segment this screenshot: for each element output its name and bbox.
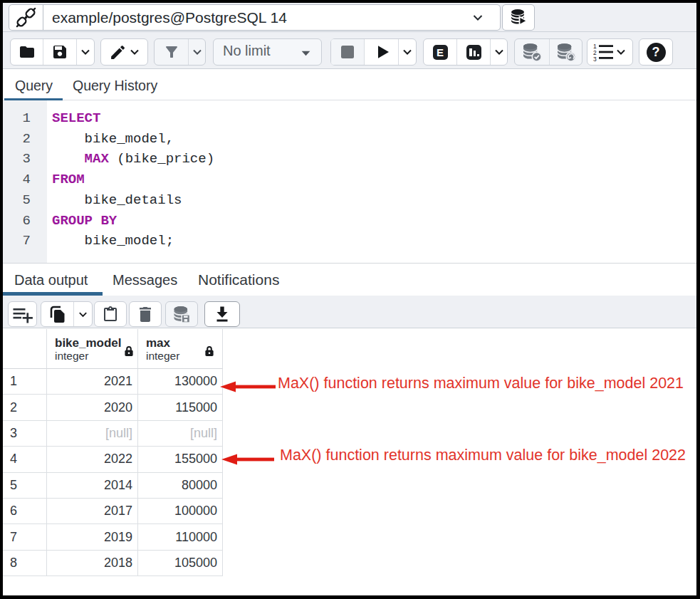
svg-text:3: 3 bbox=[593, 56, 597, 61]
